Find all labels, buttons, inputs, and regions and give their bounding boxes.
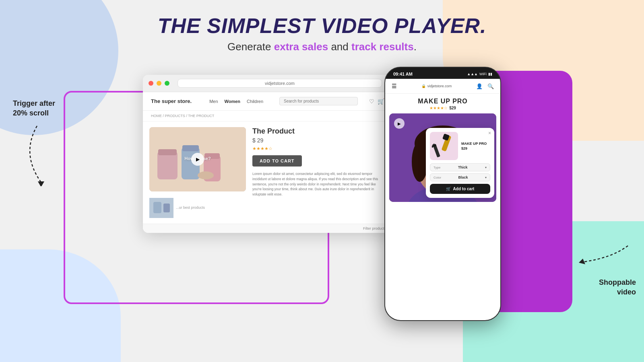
headline: THE SIMPLEST VIDEO PLAYER. bbox=[158, 14, 487, 37]
browser-mockup: vidjetstore.com The super store. Men Wom… bbox=[143, 75, 392, 233]
phone-stars-row: ★★★★☆ $29 bbox=[385, 106, 500, 110]
phone-time: 09:41 AM bbox=[393, 72, 413, 76]
phone-nav: ☰ 🔒 vidjetstore.com 👤 🔍 bbox=[385, 79, 500, 94]
subheadline-accent1: extra sales bbox=[274, 41, 328, 53]
search-input[interactable] bbox=[279, 97, 358, 105]
phone-search-icon[interactable]: 🔍 bbox=[487, 83, 494, 89]
popup-type-select[interactable]: Type Thick ▾ bbox=[430, 163, 490, 171]
popup-product-row: MAKE UP PRO $29 bbox=[430, 132, 490, 160]
popup-close-button[interactable]: × bbox=[488, 130, 491, 136]
filter-bar[interactable]: Filter products bbox=[143, 224, 392, 233]
svg-marker-0 bbox=[38, 181, 44, 186]
phone-nav-icons: 👤 🔍 bbox=[476, 83, 494, 89]
header: THE SIMPLEST VIDEO PLAYER. Generate extr… bbox=[158, 0, 487, 53]
panels-area: Trigger after 20% scroll vidjetstore.com bbox=[0, 67, 644, 321]
phone-video-area[interactable]: ▶ × bbox=[389, 113, 496, 202]
annotation-trigger-text: Trigger after 20% scroll bbox=[13, 99, 61, 118]
product-price: $ 29 bbox=[252, 137, 386, 144]
product-info: The Product $ 29 ★★★★☆ ADD TO CART Lorem… bbox=[252, 127, 386, 218]
cart-icon[interactable]: 🛒 bbox=[378, 98, 384, 105]
nav-icons: ♡ 🛒 bbox=[369, 98, 384, 105]
svg-rect-10 bbox=[153, 202, 161, 213]
nav-children[interactable]: Children bbox=[247, 99, 263, 104]
nav-links: Men Women Children bbox=[209, 99, 263, 104]
phone-price: $29 bbox=[449, 106, 456, 110]
svg-rect-3 bbox=[158, 149, 177, 155]
phone-notch-area: 09:41 AM ▲▲▲ WiFi ▮▮ bbox=[385, 68, 500, 79]
main-content: THE SIMPLEST VIDEO PLAYER. Generate extr… bbox=[0, 0, 644, 362]
subheadline-mid: and bbox=[328, 41, 351, 53]
phone-mockup: 09:41 AM ▲▲▲ WiFi ▮▮ ☰ 🔒 vidjetstore.com bbox=[384, 67, 501, 321]
popup-type-label: Type bbox=[433, 166, 440, 169]
svg-point-17 bbox=[412, 142, 428, 182]
product-description: Lorem ipsum dolor sit amet, consectetur … bbox=[252, 171, 386, 197]
add-to-cart-button[interactable]: ADD TO CART bbox=[252, 155, 302, 167]
phone-url-text: vidjetstore.com bbox=[427, 84, 452, 88]
phone-lower: ▶ × bbox=[385, 113, 500, 202]
svg-rect-2 bbox=[157, 151, 178, 179]
battery-icon: ▮▮ bbox=[488, 72, 492, 76]
product-images: How to use? ▶ ...ur best bbox=[149, 127, 246, 218]
svg-point-8 bbox=[198, 171, 214, 179]
browser-dot-yellow[interactable] bbox=[157, 81, 161, 86]
popup-product-info: MAKE UP PRO $29 bbox=[461, 142, 490, 150]
popup-add-to-cart-label: Add to cart bbox=[453, 187, 475, 191]
mascara-icon bbox=[432, 133, 456, 159]
browser-titlebar: vidjetstore.com bbox=[143, 75, 392, 92]
phone-user-icon[interactable]: 👤 bbox=[476, 83, 483, 89]
phone-stars-stars: ★★★★☆ bbox=[429, 106, 448, 110]
store-nav: The super store. Men Women Children ♡ 🛒 bbox=[143, 92, 392, 111]
subheadline-prefix: Generate bbox=[227, 41, 274, 53]
product-thumbnail-small[interactable] bbox=[149, 198, 173, 218]
dashed-arrow-left-icon bbox=[13, 122, 61, 186]
phone-play-button[interactable]: ▶ bbox=[394, 118, 405, 129]
popup-color-label: Color bbox=[433, 176, 441, 179]
popup-add-to-cart-button[interactable]: 🛒 Add to cart bbox=[430, 184, 490, 194]
subheadline-suffix: . bbox=[414, 41, 417, 53]
popup-product-price: $29 bbox=[461, 146, 490, 150]
play-button[interactable]: ▶ bbox=[191, 153, 204, 166]
popup-color-select[interactable]: Color Black ▾ bbox=[430, 173, 490, 181]
browser-content: The super store. Men Women Children ♡ 🛒 … bbox=[143, 92, 392, 233]
annotation-shoppable: Shoppable video bbox=[572, 238, 636, 297]
popup-product-image bbox=[430, 132, 458, 160]
annotation-shoppable-text: Shoppable video bbox=[572, 278, 636, 297]
popup-type-value: Thick bbox=[458, 165, 468, 169]
phone-notch bbox=[423, 68, 463, 76]
svg-marker-34 bbox=[579, 259, 585, 264]
our-best-label: ...ur best products bbox=[176, 206, 205, 210]
browser-dot-red[interactable] bbox=[149, 81, 153, 86]
phone-url-bar: 🔒 vidjetstore.com bbox=[421, 84, 452, 88]
product-stars: ★★★★☆ bbox=[252, 146, 386, 151]
svg-rect-5 bbox=[182, 145, 199, 151]
store-logo: The super store. bbox=[151, 98, 192, 104]
popup-card: × bbox=[426, 128, 494, 198]
subheadline: Generate extra sales and track results. bbox=[158, 41, 487, 53]
product-video-thumbnail[interactable]: How to use? ▶ bbox=[149, 127, 246, 191]
nav-women[interactable]: Women bbox=[225, 99, 241, 104]
phone-screen: ☰ 🔒 vidjetstore.com 👤 🔍 MAKE UP PRO ★★★★… bbox=[385, 79, 500, 320]
signal-icon: ▲▲▲ bbox=[467, 72, 478, 76]
subheadline-accent2: track results bbox=[351, 41, 414, 53]
wifi-icon: WiFi bbox=[479, 72, 487, 76]
browser-dot-green[interactable] bbox=[165, 81, 169, 86]
heart-icon[interactable]: ♡ bbox=[369, 98, 374, 105]
product-area: How to use? ▶ ...ur best bbox=[143, 121, 392, 224]
annotation-trigger: Trigger after 20% scroll bbox=[13, 99, 61, 188]
popup-type-arrow-icon: ▾ bbox=[485, 166, 487, 169]
nav-men[interactable]: Men bbox=[209, 99, 218, 104]
product-title: The Product bbox=[252, 127, 386, 136]
browser-url-bar[interactable]: vidjetstore.com bbox=[178, 79, 382, 88]
svg-rect-11 bbox=[163, 204, 170, 212]
popup-color-value: Black bbox=[458, 175, 468, 179]
breadcrumb: HOME / PRODUCTS / THE PRODUCT bbox=[143, 111, 392, 121]
dashed-arrow-right-icon bbox=[572, 238, 636, 278]
popup-product-name: MAKE UP PRO bbox=[461, 142, 490, 146]
phone-status-icons: ▲▲▲ WiFi ▮▮ bbox=[467, 72, 492, 76]
popup-color-arrow-icon: ▾ bbox=[485, 176, 487, 179]
lock-icon: 🔒 bbox=[421, 84, 426, 88]
cart-icon-btn: 🛒 bbox=[446, 187, 451, 191]
phone-product-title: MAKE UP PRO bbox=[385, 94, 500, 106]
hamburger-icon[interactable]: ☰ bbox=[392, 83, 397, 89]
